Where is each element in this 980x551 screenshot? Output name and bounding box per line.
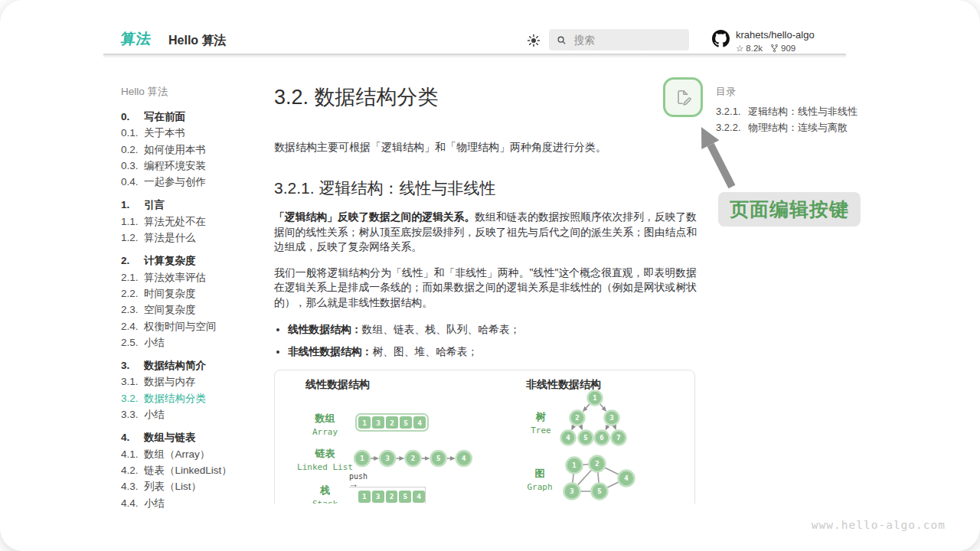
intro-paragraph: 数据结构主要可根据「逻辑结构」和「物理结构」两种角度进行分类。 (274, 139, 697, 155)
svg-text:5: 5 (583, 434, 587, 442)
data-structures-figure: 线性数据结构 非线性数据结构 数组 Array 13254 链表 Linked … (274, 370, 695, 504)
annotation-label: 页面编辑按键 (718, 192, 861, 227)
svg-text:7: 7 (616, 434, 620, 442)
sidebar-nav: Hello 算法 0.写在前面0.1.关于本书0.2.如何使用本书0.3.编程环… (121, 86, 266, 511)
main-content: 3.2. 数据结构分类 数据结构主要可根据「逻辑结构」和「物理结构」两种角度进行… (274, 80, 697, 504)
github-repo-link[interactable]: krahets/hello-algo ☆ 8.2k 909 (712, 30, 815, 54)
fork-count: 909 (781, 44, 795, 53)
stack-cell: 5 (399, 491, 411, 503)
stack-cell: 4 (413, 491, 425, 503)
sidebar-item-2.4[interactable]: 2.4.权衡时间与空间 (121, 318, 266, 334)
paragraph: 「逻辑结构」反映了数据之间的逻辑关系。数组和链表的数据按照顺序依次排列，反映了数… (274, 210, 697, 255)
stack-cell: 2 (386, 491, 398, 503)
search-icon (557, 34, 567, 46)
stack-diagram: 13254 (349, 487, 426, 504)
svg-text:1: 1 (593, 394, 596, 402)
header-divider (103, 54, 846, 58)
search-input[interactable] (573, 34, 681, 47)
sidebar-section-title: 2.计算复杂度 (121, 253, 266, 269)
sidebar-item-4.3[interactable]: 4.3.列表（List） (121, 478, 266, 494)
sidebar-section-title: 4.数组与链表 (121, 429, 266, 445)
svg-text:4: 4 (624, 474, 629, 482)
watermark: www.hello-algo.com (812, 519, 946, 531)
array-diagram: 13254 (355, 413, 429, 432)
star-icon: ☆ (736, 43, 743, 54)
svg-text:2: 2 (411, 455, 415, 462)
svg-text:4: 4 (462, 455, 466, 462)
repo-name: krahets/hello-algo (736, 30, 815, 41)
svg-text:6: 6 (599, 434, 603, 442)
sidebar-item-2.1[interactable]: 2.1.算法效率评估 (121, 269, 266, 285)
toc-title: 目录 (716, 86, 888, 98)
stack-cell: 3 (372, 491, 384, 503)
github-icon (712, 30, 730, 47)
annotation-arrow (680, 116, 756, 193)
sidebar-section-title: 1.引言 (121, 197, 266, 213)
stack-cell: 1 (358, 491, 371, 503)
sidebar-item-4.1[interactable]: 4.1.数组（Array） (121, 446, 266, 462)
svg-text:1: 1 (360, 455, 364, 462)
sun-icon (527, 34, 541, 47)
sidebar-item-3.2[interactable]: 3.2.数据结构分类 (121, 390, 266, 406)
sidebar-item-4.4[interactable]: 4.4.小结 (121, 495, 266, 511)
figure-linear-title: 线性数据结构 (305, 378, 370, 392)
sidebar-item-4.2[interactable]: 4.2.链表（LinkedList） (121, 462, 266, 478)
array-cell: 4 (413, 416, 426, 429)
sidebar-item-2.3[interactable]: 2.3.空间复杂度 (121, 302, 266, 318)
section-heading: 3.2.1. 逻辑结构：线性与非线性 (274, 178, 697, 199)
svg-text:2: 2 (575, 414, 579, 422)
graph-diagram: 12345 (554, 455, 639, 502)
svg-text:3: 3 (385, 455, 389, 462)
array-cell: 1 (358, 416, 371, 429)
sidebar-item-3.3[interactable]: 3.3.小结 (121, 406, 266, 422)
svg-text:5: 5 (436, 455, 440, 462)
site-title[interactable]: Hello 算法 (168, 33, 227, 49)
paragraph: 我们一般将逻辑结构分为「线性」和「非线性」两种。"线性"这个概念很直观，即表明数… (274, 266, 697, 311)
svg-text:2: 2 (595, 460, 599, 468)
linked-list-diagram: 13254 (354, 448, 480, 469)
tree-diagram: 1234567 (555, 390, 632, 447)
sidebar-section-title: 3.数据结构简介 (121, 357, 266, 373)
array-cell: 2 (386, 416, 398, 429)
search-box[interactable] (549, 29, 689, 51)
linked-list-label: 链表 Linked List (289, 447, 361, 472)
svg-text:4: 4 (566, 434, 570, 442)
star-count: 8.2k (746, 44, 763, 53)
sidebar-item-0.3[interactable]: 0.3.编程环境安装 (121, 158, 266, 174)
svg-text:1: 1 (572, 461, 576, 469)
sidebar-title: Hello 算法 (121, 86, 266, 98)
edit-page-button[interactable] (663, 77, 703, 117)
sidebar-item-1.2[interactable]: 1.2.算法是什么 (121, 230, 266, 246)
app-window: 算法 Hello 算法 krahets/hello-algo ☆ 8.2k (0, 0, 980, 551)
svg-text:3: 3 (609, 414, 613, 422)
bullet-list: 线性数据结构：数组、链表、栈、队列、哈希表； 非线性数据结构：树、图、堆、哈希表… (274, 322, 697, 359)
sidebar-item-0.4[interactable]: 0.4.一起参与创作 (121, 174, 266, 190)
page-title: 3.2. 数据结构分类 (274, 84, 697, 110)
edit-page-icon (675, 89, 691, 106)
list-item: 线性数据结构：数组、链表、栈、队列、哈希表； (288, 322, 697, 337)
svg-text:5: 5 (597, 487, 601, 495)
sidebar-item-2.5[interactable]: 2.5.小结 (121, 334, 266, 350)
sidebar-section-title: 0.写在前面 (121, 109, 266, 125)
fork-icon (770, 44, 779, 53)
sidebar-item-3.1[interactable]: 3.1.数据与内存 (121, 373, 266, 390)
svg-text:3: 3 (570, 487, 573, 495)
sidebar-item-2.2[interactable]: 2.2.时间复杂度 (121, 285, 266, 302)
theme-toggle-button[interactable] (527, 34, 541, 47)
array-cell: 3 (372, 416, 384, 429)
sidebar-item-0.2[interactable]: 0.2.如何使用本书 (121, 142, 266, 158)
list-item: 非线性数据结构：树、图、堆、哈希表； (288, 344, 697, 360)
site-logo[interactable]: 算法 (120, 29, 153, 49)
array-label: 数组 Array (289, 412, 361, 437)
sidebar-item-0.1[interactable]: 0.1.关于本书 (121, 125, 266, 141)
sidebar-item-1.1[interactable]: 1.1.算法无处不在 (121, 214, 266, 230)
array-cell: 5 (400, 416, 412, 429)
